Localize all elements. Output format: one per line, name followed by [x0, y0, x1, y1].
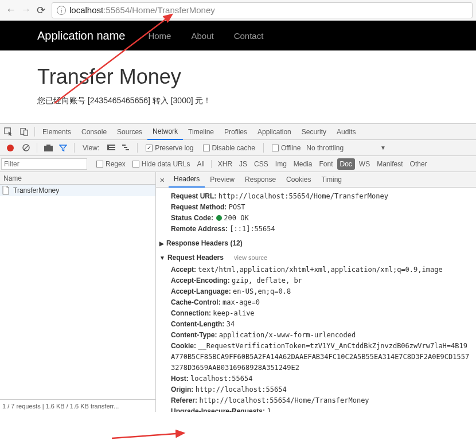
- throttling-select[interactable]: No throttling: [306, 144, 344, 152]
- tab-profiles[interactable]: Profiles: [219, 124, 252, 140]
- tab-security[interactable]: Security: [296, 124, 331, 140]
- checkbox-icon: [203, 145, 210, 151]
- site-info-icon[interactable]: i: [57, 6, 66, 15]
- large-rows-icon[interactable]: [105, 142, 118, 154]
- offline-toggle[interactable]: Offline: [272, 144, 301, 152]
- header-content-type: Content-Type: application/x-www-form-url…: [165, 330, 470, 341]
- filter-type-font[interactable]: Font: [317, 158, 336, 170]
- waterfall-icon[interactable]: [120, 142, 132, 154]
- filter-input[interactable]: [1, 158, 87, 170]
- regex-toggle[interactable]: Regex: [96, 160, 126, 168]
- tab-network[interactable]: Network: [147, 124, 183, 140]
- tab-audits[interactable]: Audits: [331, 124, 361, 140]
- device-mode-icon[interactable]: [16, 124, 32, 140]
- separator: [211, 160, 212, 168]
- checkbox-icon: [132, 161, 139, 167]
- request-name: TransferMoney: [13, 186, 59, 194]
- page-title: Transfer Money: [37, 65, 439, 89]
- document-icon: [2, 186, 10, 195]
- general-status-code: Status Code: 200 OK: [165, 213, 470, 224]
- svg-rect-12: [124, 147, 127, 148]
- preserve-log-toggle[interactable]: Preserve log: [146, 144, 193, 152]
- filter-type-xhr[interactable]: XHR: [215, 158, 235, 170]
- header-content-length: Content-Length: 34: [165, 319, 470, 330]
- tab-elements[interactable]: Elements: [37, 124, 76, 140]
- forward-button[interactable]: →: [18, 3, 33, 18]
- header-connection: Connection: keep-alive: [165, 308, 470, 319]
- address-bar[interactable]: i localhost:55654/Home/TransferMoney: [52, 2, 473, 18]
- request-list-footer: 1 / 7 requests | 1.6 KB / 1.6 KB transfe…: [0, 399, 155, 412]
- detail-tab-response[interactable]: Response: [240, 172, 281, 188]
- header-upgrade-insecure: Upgrade-Insecure-Requests: 1: [165, 406, 470, 412]
- header-accept: Accept: text/html,application/xhtml+xml,…: [165, 264, 470, 275]
- capture-screenshot-icon[interactable]: [42, 142, 54, 154]
- reload-button[interactable]: ⟳: [33, 3, 48, 18]
- detail-tab-timing[interactable]: Timing: [316, 172, 347, 188]
- network-body: Name TransferMoney 1 / 7 requests | 1.6 …: [0, 172, 476, 412]
- detail-tab-headers[interactable]: Headers: [169, 172, 205, 188]
- header-origin: Origin: http://localhost:55654: [165, 384, 470, 395]
- tab-sources[interactable]: Sources: [112, 124, 147, 140]
- separator: [74, 143, 75, 153]
- request-row[interactable]: TransferMoney: [0, 185, 155, 196]
- general-remote-address: Remote Address: [::1]:55654: [165, 224, 470, 235]
- svg-rect-2: [24, 130, 28, 135]
- detail-tabs: × Headers Preview Response Cookies Timin…: [156, 172, 476, 188]
- filter-type-img[interactable]: Img: [272, 158, 290, 170]
- inspect-icon[interactable]: [0, 124, 16, 140]
- detail-tab-cookies[interactable]: Cookies: [281, 172, 316, 188]
- request-headers-section[interactable]: ▼Request Headersview source: [159, 252, 470, 263]
- filter-type-js[interactable]: JS: [236, 158, 250, 170]
- back-button[interactable]: ←: [3, 3, 18, 18]
- devtools-tabs: Elements Console Sources Network Timelin…: [0, 124, 476, 140]
- request-detail: × Headers Preview Response Cookies Timin…: [156, 172, 476, 412]
- header-cache-control: Cache-Control: max-age=0: [165, 297, 470, 308]
- filter-type-manifest[interactable]: Manifest: [374, 158, 405, 170]
- header-accept-language: Accept-Language: en-US,en;q=0.8: [165, 286, 470, 297]
- request-list-header[interactable]: Name: [0, 172, 155, 185]
- chevron-down-icon[interactable]: ▼: [380, 145, 386, 151]
- separator: [37, 143, 37, 153]
- brand-label[interactable]: Application name: [37, 29, 125, 42]
- svg-rect-10: [107, 145, 109, 150]
- network-toolbar: View: Preserve log Disable cache Offline…: [0, 140, 476, 156]
- view-source-link[interactable]: view source: [234, 252, 267, 263]
- separator: [34, 127, 35, 137]
- filter-type-css[interactable]: CSS: [251, 158, 271, 170]
- header-cookie: Cookie: __RequestVerificationToken=tzV1Y…: [165, 341, 470, 373]
- response-headers-section[interactable]: ▶Response Headers (12): [159, 238, 470, 249]
- svg-rect-5: [44, 146, 53, 151]
- devtools-panel: Elements Console Sources Network Timelin…: [0, 123, 476, 412]
- general-request-method: Request Method: POST: [165, 202, 470, 213]
- clear-icon[interactable]: [19, 142, 32, 154]
- filter-type-other[interactable]: Other: [407, 158, 430, 170]
- svg-line-4: [24, 146, 28, 150]
- tab-application[interactable]: Application: [252, 124, 296, 140]
- nav-link-home[interactable]: Home: [148, 31, 171, 41]
- record-button[interactable]: [7, 145, 14, 151]
- filter-icon[interactable]: [57, 142, 69, 154]
- triangle-down-icon: ▼: [159, 252, 165, 263]
- page-content: Transfer Money 您已经向账号 [2435465465656] 转入…: [0, 50, 476, 123]
- filter-type-doc[interactable]: Doc: [337, 158, 355, 170]
- url-port: :55654: [103, 5, 130, 15]
- hide-data-urls-toggle[interactable]: Hide data URLs: [132, 160, 190, 168]
- close-detail-button[interactable]: ×: [156, 175, 169, 185]
- view-label: View:: [83, 144, 99, 152]
- filter-type-ws[interactable]: WS: [356, 158, 373, 170]
- tab-console[interactable]: Console: [76, 124, 112, 140]
- filter-type-all[interactable]: All: [194, 158, 207, 170]
- separator: [137, 143, 138, 153]
- request-list: Name TransferMoney 1 / 7 requests | 1.6 …: [0, 172, 156, 412]
- nav-link-about[interactable]: About: [191, 31, 213, 41]
- filter-type-media[interactable]: Media: [291, 158, 315, 170]
- svg-rect-11: [122, 145, 126, 146]
- tab-timeline[interactable]: Timeline: [183, 124, 219, 140]
- svg-rect-13: [126, 149, 129, 150]
- detail-tab-preview[interactable]: Preview: [205, 172, 240, 188]
- status-dot-icon: [216, 215, 222, 221]
- triangle-right-icon: ▶: [159, 238, 164, 249]
- svg-rect-6: [46, 145, 50, 146]
- nav-link-contact[interactable]: Contact: [234, 31, 264, 41]
- disable-cache-toggle[interactable]: Disable cache: [203, 144, 255, 152]
